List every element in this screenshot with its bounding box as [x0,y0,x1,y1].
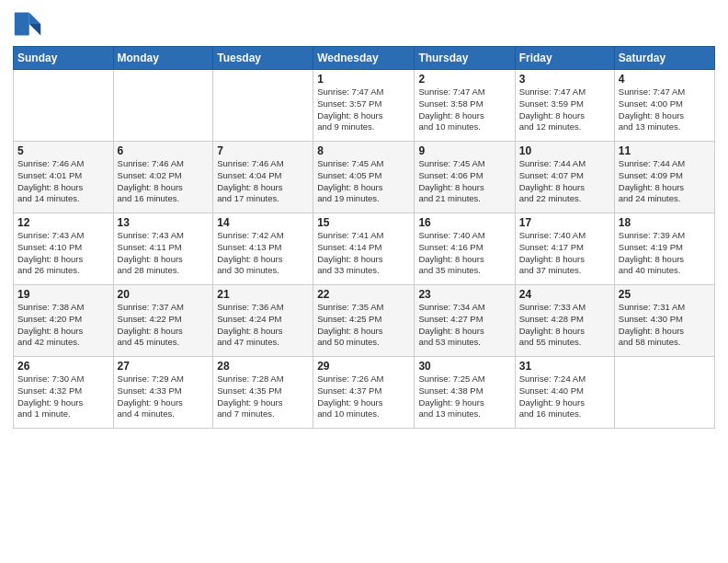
day-cell: 25Sunrise: 7:31 AM Sunset: 4:30 PM Dayli… [614,285,714,357]
day-info: Sunrise: 7:33 AM Sunset: 4:28 PM Dayligh… [519,302,610,349]
day-info: Sunrise: 7:40 AM Sunset: 4:17 PM Dayligh… [519,230,610,277]
day-cell: 10Sunrise: 7:44 AM Sunset: 4:07 PM Dayli… [515,142,614,213]
day-info: Sunrise: 7:46 AM Sunset: 4:04 PM Dayligh… [217,158,309,205]
day-info: Sunrise: 7:46 AM Sunset: 4:02 PM Dayligh… [118,158,210,205]
week-row-3: 12Sunrise: 7:43 AM Sunset: 4:10 PM Dayli… [14,213,715,285]
logo-icon [13,9,42,39]
day-number: 24 [519,288,610,301]
day-cell: 20Sunrise: 7:37 AM Sunset: 4:22 PM Dayli… [113,285,213,357]
day-number: 6 [118,144,210,157]
day-info: Sunrise: 7:37 AM Sunset: 4:22 PM Dayligh… [118,302,210,349]
day-info: Sunrise: 7:26 AM Sunset: 4:37 PM Dayligh… [317,373,410,420]
day-number: 17 [519,216,610,229]
day-info: Sunrise: 7:28 AM Sunset: 4:35 PM Dayligh… [217,373,309,420]
day-cell: 24Sunrise: 7:33 AM Sunset: 4:28 PM Dayli… [515,285,614,357]
day-info: Sunrise: 7:47 AM Sunset: 3:57 PM Dayligh… [317,86,410,133]
day-number: 19 [17,288,109,301]
day-number: 14 [217,216,309,229]
day-info: Sunrise: 7:44 AM Sunset: 4:09 PM Dayligh… [619,158,711,205]
day-number: 1 [317,73,410,86]
day-cell: 6Sunrise: 7:46 AM Sunset: 4:02 PM Daylig… [113,142,213,213]
day-info: Sunrise: 7:46 AM Sunset: 4:01 PM Dayligh… [17,158,109,205]
day-number: 16 [418,216,510,229]
day-cell: 26Sunrise: 7:30 AM Sunset: 4:32 PM Dayli… [14,357,114,429]
weekday-header-friday: Friday [515,47,614,70]
day-cell: 8Sunrise: 7:45 AM Sunset: 4:05 PM Daylig… [313,142,415,213]
day-number: 29 [317,360,410,373]
svg-marker-0 [29,13,40,24]
day-cell: 16Sunrise: 7:40 AM Sunset: 4:16 PM Dayli… [415,213,515,285]
day-cell: 27Sunrise: 7:29 AM Sunset: 4:33 PM Dayli… [113,357,213,429]
weekday-header-sunday: Sunday [14,47,114,70]
day-cell: 2Sunrise: 7:47 AM Sunset: 3:58 PM Daylig… [415,70,515,142]
day-number: 13 [118,216,210,229]
day-info: Sunrise: 7:43 AM Sunset: 4:11 PM Dayligh… [118,230,210,277]
day-cell: 4Sunrise: 7:47 AM Sunset: 4:00 PM Daylig… [614,70,714,142]
day-number: 7 [217,144,309,157]
day-info: Sunrise: 7:34 AM Sunset: 4:27 PM Dayligh… [418,302,510,349]
day-cell: 15Sunrise: 7:41 AM Sunset: 4:14 PM Dayli… [313,213,415,285]
day-info: Sunrise: 7:47 AM Sunset: 3:58 PM Dayligh… [418,86,510,133]
day-info: Sunrise: 7:47 AM Sunset: 3:59 PM Dayligh… [519,86,610,133]
weekday-header-wednesday: Wednesday [313,47,415,70]
day-info: Sunrise: 7:35 AM Sunset: 4:25 PM Dayligh… [317,302,410,349]
day-info: Sunrise: 7:45 AM Sunset: 4:06 PM Dayligh… [418,158,510,205]
day-cell: 7Sunrise: 7:46 AM Sunset: 4:04 PM Daylig… [213,142,313,213]
day-cell: 21Sunrise: 7:36 AM Sunset: 4:24 PM Dayli… [213,285,313,357]
day-cell [14,70,114,142]
day-number: 31 [519,360,610,373]
day-cell: 23Sunrise: 7:34 AM Sunset: 4:27 PM Dayli… [415,285,515,357]
day-info: Sunrise: 7:39 AM Sunset: 4:19 PM Dayligh… [619,230,711,277]
day-number: 10 [519,144,610,157]
week-row-4: 19Sunrise: 7:38 AM Sunset: 4:20 PM Dayli… [14,285,715,357]
weekday-header-row: SundayMondayTuesdayWednesdayThursdayFrid… [14,47,715,70]
day-cell: 14Sunrise: 7:42 AM Sunset: 4:13 PM Dayli… [213,213,313,285]
day-cell: 31Sunrise: 7:24 AM Sunset: 4:40 PM Dayli… [515,357,614,429]
day-number: 23 [418,288,510,301]
svg-rect-2 [15,13,29,36]
day-number: 4 [619,73,711,86]
day-cell: 3Sunrise: 7:47 AM Sunset: 3:59 PM Daylig… [515,70,614,142]
weekday-header-saturday: Saturday [614,47,714,70]
day-info: Sunrise: 7:40 AM Sunset: 4:16 PM Dayligh… [418,230,510,277]
day-cell: 28Sunrise: 7:28 AM Sunset: 4:35 PM Dayli… [213,357,313,429]
day-info: Sunrise: 7:43 AM Sunset: 4:10 PM Dayligh… [17,230,109,277]
day-info: Sunrise: 7:36 AM Sunset: 4:24 PM Dayligh… [217,302,309,349]
day-info: Sunrise: 7:30 AM Sunset: 4:32 PM Dayligh… [17,373,109,420]
day-cell [614,357,714,429]
day-cell: 22Sunrise: 7:35 AM Sunset: 4:25 PM Dayli… [313,285,415,357]
day-cell: 9Sunrise: 7:45 AM Sunset: 4:06 PM Daylig… [415,142,515,213]
week-row-5: 26Sunrise: 7:30 AM Sunset: 4:32 PM Dayli… [14,357,715,429]
day-info: Sunrise: 7:41 AM Sunset: 4:14 PM Dayligh… [317,230,410,277]
day-number: 18 [619,216,711,229]
day-number: 27 [118,360,210,373]
day-number: 9 [418,144,510,157]
day-info: Sunrise: 7:38 AM Sunset: 4:20 PM Dayligh… [17,302,109,349]
day-number: 3 [519,73,610,86]
day-info: Sunrise: 7:25 AM Sunset: 4:38 PM Dayligh… [418,373,510,420]
day-number: 21 [217,288,309,301]
day-number: 12 [17,216,109,229]
day-info: Sunrise: 7:47 AM Sunset: 4:00 PM Dayligh… [619,86,711,133]
week-row-1: 1Sunrise: 7:47 AM Sunset: 3:57 PM Daylig… [14,70,715,142]
day-cell: 19Sunrise: 7:38 AM Sunset: 4:20 PM Dayli… [14,285,114,357]
day-number: 26 [17,360,109,373]
day-info: Sunrise: 7:24 AM Sunset: 4:40 PM Dayligh… [519,373,610,420]
week-row-2: 5Sunrise: 7:46 AM Sunset: 4:01 PM Daylig… [14,142,715,213]
day-cell [113,70,213,142]
page: SundayMondayTuesdayWednesdayThursdayFrid… [0,0,728,563]
weekday-header-tuesday: Tuesday [213,47,313,70]
day-info: Sunrise: 7:44 AM Sunset: 4:07 PM Dayligh… [519,158,610,205]
day-cell: 30Sunrise: 7:25 AM Sunset: 4:38 PM Dayli… [415,357,515,429]
day-info: Sunrise: 7:45 AM Sunset: 4:05 PM Dayligh… [317,158,410,205]
day-number: 28 [217,360,309,373]
day-info: Sunrise: 7:42 AM Sunset: 4:13 PM Dayligh… [217,230,309,277]
day-number: 8 [317,144,410,157]
day-cell: 13Sunrise: 7:43 AM Sunset: 4:11 PM Dayli… [113,213,213,285]
day-number: 15 [317,216,410,229]
day-number: 22 [317,288,410,301]
header [13,9,715,39]
day-number: 25 [619,288,711,301]
day-number: 5 [17,144,109,157]
day-info: Sunrise: 7:29 AM Sunset: 4:33 PM Dayligh… [118,373,210,420]
